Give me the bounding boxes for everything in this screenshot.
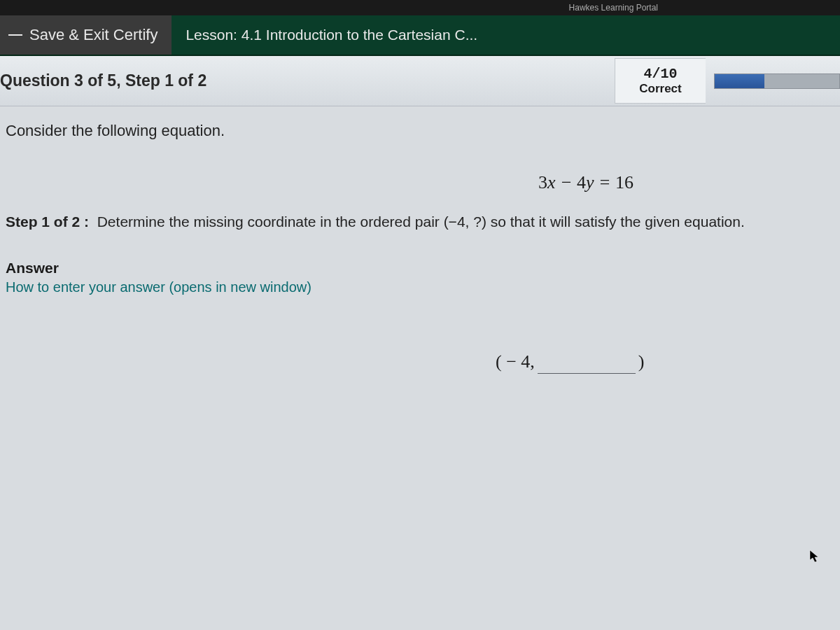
- step-label: Step 1 of 2 :: [6, 214, 89, 230]
- app-top-bar: Save & Exit Certify Lesson: 4.1 Introduc…: [0, 15, 840, 56]
- question-progress-label: Question 3 of 5, Step 1 of 2: [0, 71, 206, 90]
- answer-heading: Answer: [6, 260, 830, 276]
- browser-tab-hint: Hawkes Learning Portal: [569, 3, 658, 13]
- equation-display: 3x − 4y = 16: [6, 172, 830, 193]
- save-exit-certify-button[interactable]: Save & Exit Certify: [0, 15, 172, 55]
- browser-tab-bar: Hawkes Learning Portal: [0, 0, 840, 15]
- question-content: Consider the following equation. 3x − 4y…: [0, 106, 840, 374]
- lesson-title: Lesson: 4.1 Introduction to the Cartesia…: [172, 27, 477, 43]
- score-label: Correct: [628, 82, 693, 96]
- question-header: Question 3 of 5, Step 1 of 2 4/10 Correc…: [0, 56, 840, 106]
- step-text: Determine the missing coordinate in the …: [97, 214, 745, 230]
- ordered-pair-input: ( − 4, ): [6, 351, 830, 374]
- question-prompt: Consider the following equation.: [6, 122, 830, 140]
- score-block: 4/10 Correct: [615, 58, 706, 104]
- cursor-icon: [809, 550, 820, 567]
- score-value: 4/10: [628, 66, 693, 82]
- menu-icon: [8, 34, 22, 36]
- how-to-enter-link[interactable]: How to enter your answer (opens in new w…: [6, 279, 312, 295]
- pair-prefix: ( − 4,: [496, 351, 535, 372]
- save-exit-label: Save & Exit Certify: [29, 26, 158, 44]
- score-progress-group: 4/10 Correct: [615, 58, 840, 104]
- progress-bar: [714, 74, 840, 89]
- y-coordinate-input[interactable]: [538, 352, 636, 374]
- step-instruction: Step 1 of 2 : Determine the missing coor…: [6, 211, 830, 232]
- progress-fill: [715, 74, 764, 88]
- pair-suffix: ): [638, 351, 645, 372]
